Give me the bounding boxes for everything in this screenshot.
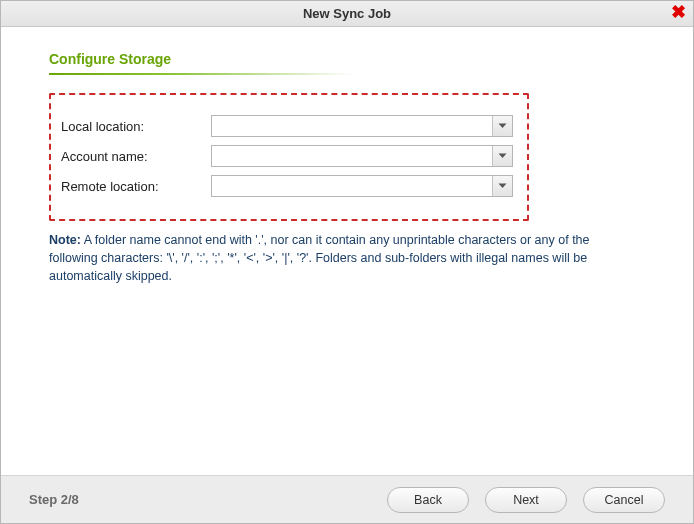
remote-location-input[interactable] — [212, 176, 492, 196]
note-body: A folder name cannot end with '.', nor c… — [49, 233, 590, 283]
chevron-down-icon — [498, 183, 507, 189]
section-title: Configure Storage — [49, 51, 645, 67]
local-location-combo[interactable] — [211, 115, 513, 137]
section-divider — [49, 73, 429, 75]
footer-bar: Step 2/8 Back Next Cancel — [1, 475, 693, 523]
content-area: Configure Storage Local location: Accoun… — [1, 27, 693, 475]
back-button[interactable]: Back — [387, 487, 469, 513]
cancel-button[interactable]: Cancel — [583, 487, 665, 513]
account-name-row: Account name: — [61, 145, 513, 167]
remote-location-combo[interactable] — [211, 175, 513, 197]
account-name-combo[interactable] — [211, 145, 513, 167]
note-label: Note: — [49, 233, 81, 247]
step-indicator: Step 2/8 — [29, 492, 79, 507]
account-name-input[interactable] — [212, 146, 492, 166]
next-button-label: Next — [513, 493, 539, 507]
remote-location-label: Remote location: — [61, 179, 211, 194]
remote-location-dropdown-button[interactable] — [492, 176, 512, 196]
storage-form-box: Local location: Account name: — [49, 93, 529, 221]
local-location-label: Local location: — [61, 119, 211, 134]
local-location-dropdown-button[interactable] — [492, 116, 512, 136]
titlebar: New Sync Job ✖ — [1, 1, 693, 27]
close-icon[interactable]: ✖ — [669, 3, 687, 21]
remote-location-row: Remote location: — [61, 175, 513, 197]
note-text: Note: A folder name cannot end with '.',… — [49, 231, 619, 285]
dialog-window: New Sync Job ✖ Configure Storage Local l… — [0, 0, 694, 524]
local-location-row: Local location: — [61, 115, 513, 137]
account-name-dropdown-button[interactable] — [492, 146, 512, 166]
back-button-label: Back — [414, 493, 442, 507]
account-name-label: Account name: — [61, 149, 211, 164]
chevron-down-icon — [498, 153, 507, 159]
local-location-input[interactable] — [212, 116, 492, 136]
next-button[interactable]: Next — [485, 487, 567, 513]
window-title: New Sync Job — [303, 6, 391, 21]
chevron-down-icon — [498, 123, 507, 129]
cancel-button-label: Cancel — [605, 493, 644, 507]
